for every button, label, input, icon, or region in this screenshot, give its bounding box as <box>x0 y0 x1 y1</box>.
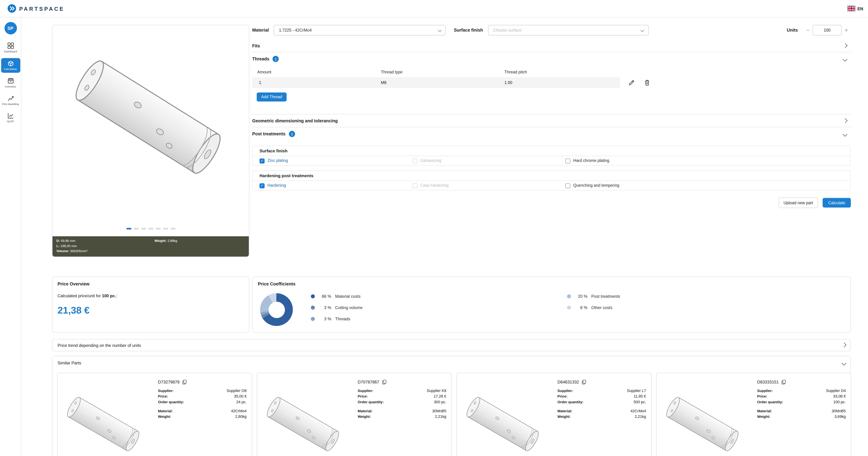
carousel-dot[interactable] <box>170 228 175 229</box>
checkbox-zinc-plating[interactable]: Zinc plating <box>259 158 412 163</box>
material-value: 42CrMo4 <box>231 409 247 413</box>
gdt-section-header[interactable]: Geometric dimensioning and tolerancing <box>252 115 851 128</box>
similar-part-card[interactable]: D70787867 Supplier:Supplier K8 Price:17,… <box>257 373 452 456</box>
similar-parts-section: Similar Parts D73279879 Supplier:Supplie… <box>52 356 851 456</box>
add-thread-button[interactable]: Add Thread <box>257 93 287 101</box>
checkbox-case-hardening[interactable]: Case hardening <box>412 183 565 188</box>
part-3d-viewer[interactable] <box>55 27 248 229</box>
sidebar-item-nlpp[interactable]: NLPP <box>1 110 20 125</box>
chevron-down-icon <box>842 57 847 61</box>
configuration-toolbar: Material 1.7225 - 42CrMo4 Surface finish… <box>252 25 851 36</box>
copy-icon[interactable] <box>582 380 586 385</box>
calculate-button[interactable]: Calculate <box>823 198 851 207</box>
weight-value: 2,21kg <box>635 415 646 419</box>
surface-finish-select[interactable]: Choose surface <box>488 25 649 36</box>
carousel-dot[interactable] <box>126 228 131 229</box>
price-value: 11,85 € <box>633 394 646 398</box>
language-code: EN <box>858 6 863 11</box>
copy-icon[interactable] <box>382 380 386 385</box>
carousel-dot[interactable] <box>133 228 138 229</box>
brand-logo[interactable]: PARTSPACE <box>7 4 65 13</box>
carousel-dot[interactable] <box>148 228 153 229</box>
legend-pct: 20 % <box>575 294 587 299</box>
supplier-label: Supplier: <box>358 389 373 392</box>
checkbox-quenching-tempering[interactable]: Quenching and tempering <box>565 183 843 188</box>
threads-section-header[interactable]: Threads 1 <box>252 53 851 65</box>
surface-finish-label: Surface finish <box>454 28 483 33</box>
first-awarding-icon <box>7 95 14 101</box>
carousel-dot[interactable] <box>163 228 168 229</box>
dim-volume-value: 366305mm³ <box>70 249 88 253</box>
edit-thread-button[interactable] <box>629 79 635 86</box>
price-trend-row[interactable]: Price trend depending on the number of u… <box>52 339 851 351</box>
surface-finish-group-header: Surface finish <box>253 146 850 156</box>
copy-icon[interactable] <box>781 380 786 385</box>
part-render <box>55 27 248 229</box>
thread-type: M8 <box>381 80 504 85</box>
post-treatments-section-header[interactable]: Post treatments 2 <box>252 128 851 140</box>
units-decrease-button[interactable]: − <box>803 26 812 35</box>
sidebar-item-label: NLPP <box>7 120 14 123</box>
similar-part-card[interactable]: D73279879 Supplier:Supplier O8 Price:35,… <box>57 373 252 456</box>
similar-part-card[interactable]: D64631332 Supplier:Supplier L7 Price:11,… <box>456 373 652 456</box>
upload-new-part-button[interactable]: Upload new part <box>778 197 818 208</box>
material-label: Material: <box>557 409 572 413</box>
option-label: Hardening <box>268 183 286 188</box>
part-preview-card: D: 49,96 mm L: 198,00 mm Volume: 366305m… <box>52 25 249 257</box>
gdt-title: Geometric dimensioning and tolerancing <box>252 118 338 123</box>
legend-item: 20 % Post treatments <box>567 294 620 299</box>
subtitle-prefix: Calculated price/unit for <box>58 293 102 298</box>
part-id: D70787867 <box>358 380 379 385</box>
price-coefficients-title: Price Coefficients <box>258 282 845 287</box>
surface-finish-group: Surface finish Zinc plating Galvanizing … <box>252 145 851 166</box>
sidebar-item-inventory[interactable]: Inventory <box>1 76 20 90</box>
sidebar-item-dashboard[interactable]: Dashboard <box>1 41 20 55</box>
sidebar-item-first-awarding[interactable]: First Awarding <box>1 93 20 108</box>
order-quantity-label: Order quantity: <box>158 400 184 404</box>
legend-dot <box>311 294 315 298</box>
preview-carousel <box>53 228 249 229</box>
checkbox-hard-chrome-plating[interactable]: Hard chrome plating <box>565 158 843 163</box>
legend-label: Material costs <box>335 294 361 299</box>
similar-part-card[interactable]: D83333151 Supplier:Supplier D4 Price:33,… <box>656 373 851 456</box>
legend-dot <box>311 317 315 321</box>
col-amount: Amount <box>257 69 381 74</box>
user-avatar[interactable]: SP <box>4 22 17 35</box>
checkbox-icon <box>412 158 417 163</box>
part-thumbnail <box>659 389 750 456</box>
checkbox-hardening[interactable]: Hardening <box>259 183 412 188</box>
similar-parts-list: D73279879 Supplier:Supplier O8 Price:35,… <box>57 373 851 456</box>
carousel-dot[interactable] <box>155 228 160 229</box>
option-label: Hard chrome plating <box>573 158 609 163</box>
legend-item: 3 % Threads <box>311 316 363 321</box>
option-label: Quenching and tempering <box>573 183 619 188</box>
brand-mark-icon <box>7 4 16 13</box>
part-dimensions-bar: D: 49,96 mm L: 198,00 mm Volume: 366305m… <box>53 236 249 257</box>
weight-value: 3,69kg <box>834 415 846 419</box>
delete-thread-button[interactable] <box>644 79 650 86</box>
sidebar-item-calculation[interactable]: Calculation <box>1 58 20 73</box>
legend-item: 8 % Other costs <box>567 305 620 310</box>
material-label: Material: <box>358 409 373 413</box>
app-root: PARTSPACE EN SP <box>0 0 868 456</box>
checkbox-icon <box>565 183 570 188</box>
copy-icon[interactable] <box>182 380 187 385</box>
units-label: Units <box>787 28 798 33</box>
material-label: Material: <box>757 409 772 413</box>
legend-pct: 8 % <box>575 305 587 310</box>
carousel-dot[interactable] <box>141 228 146 229</box>
material-select[interactable]: 1.7225 - 42CrMo4 <box>274 25 446 36</box>
legend-label: Other costs <box>591 305 612 310</box>
checkbox-icon <box>565 158 570 163</box>
threads-count-badge: 1 <box>273 56 279 62</box>
units-input[interactable] <box>812 25 842 36</box>
fits-section-header[interactable]: Fits <box>252 39 851 53</box>
order-quantity-value: 300 pc. <box>434 400 446 404</box>
checkbox-galvanizing[interactable]: Galvanizing <box>412 158 565 163</box>
similar-parts-header[interactable]: Similar Parts <box>53 356 850 369</box>
post-treatments-title: Post treatments <box>252 131 286 136</box>
thread-amount: 1 <box>259 80 381 85</box>
units-increase-button[interactable]: + <box>842 26 851 35</box>
price-coefficients-card: Price Coefficients 66 % Material costs 3… <box>252 276 851 333</box>
language-selector[interactable]: EN <box>847 6 863 11</box>
